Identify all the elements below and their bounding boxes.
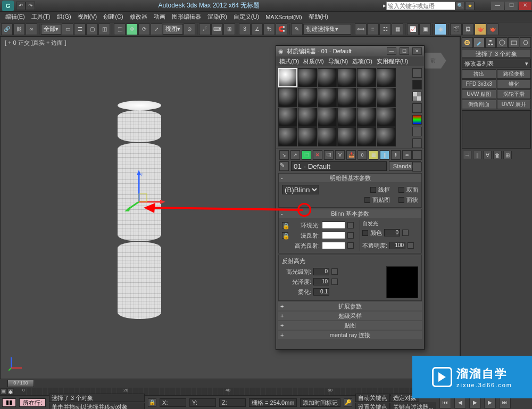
menu-modifiers[interactable]: 修改器 [127,13,151,21]
minimize-button[interactable]: — [491,2,504,10]
mod-taper[interactable]: 锥化 [497,79,531,89]
autokey-button[interactable]: 自动关键点 [355,394,390,402]
material-slot[interactable] [377,68,396,87]
trackbar-toggle-icon[interactable]: ≡ [1,388,7,395]
material-slot[interactable] [357,108,376,127]
filter-dropdown[interactable]: 全部 ▾ [41,24,61,35]
show-end-icon[interactable]: ∥ [473,151,481,159]
mod-bevelprof[interactable]: 倒角剖面 [462,100,496,109]
pin-stack-icon[interactable]: ⊣ [463,151,471,159]
options-icon[interactable] [412,138,422,148]
material-slot[interactable] [357,68,376,87]
material-slot[interactable] [337,127,356,146]
material-slot[interactable] [337,68,356,87]
menu-edit[interactable]: 编辑(E) [2,13,28,21]
me-menu-material[interactable]: 材质(M) [303,58,324,66]
maximize-button[interactable]: ☐ [505,2,518,10]
snap-toggle-icon[interactable]: 3 [239,23,251,35]
menu-anim[interactable]: 动画 [151,13,169,21]
wire-checkbox[interactable] [370,187,376,193]
lock-amb-diff-icon[interactable]: 🔒 [282,222,288,228]
ambient-swatch[interactable] [322,222,345,229]
tab-create[interactable] [462,37,473,48]
gloss-spinner[interactable]: 10 [313,278,329,285]
go-sibling-icon[interactable]: ↠ [402,150,412,160]
tab-hierarchy[interactable] [485,37,496,48]
select-object-icon[interactable]: ⬚ [114,23,126,35]
material-slot[interactable] [377,88,396,107]
me-close-button[interactable]: ✕ [412,47,422,55]
help-search-input[interactable] [386,2,455,10]
menu-help[interactable]: 帮助(H) [305,13,331,21]
mod-ffd[interactable]: FFD 3x3x3 [462,79,496,89]
menu-custom[interactable]: 自定义(U) [230,13,262,21]
lock-selection-icon[interactable]: 🔒 [148,398,156,407]
rollout-extended[interactable]: +扩展参数 [278,302,422,310]
speclevel-spinner[interactable]: 0 [313,268,329,275]
material-slot[interactable] [318,88,337,107]
menu-render[interactable]: 渲染(R) [204,13,230,21]
material-slot[interactable] [298,68,317,87]
menu-maxscript[interactable]: MAXScript(M) [262,14,305,20]
mod-extrude[interactable]: 挤出 [462,69,496,79]
time-tag-button[interactable]: 添加时间标记 [300,398,340,407]
speclevel-map-button[interactable] [331,268,338,275]
shader-rollout-header[interactable]: -明暗器基本参数 [279,174,421,182]
opacity-map-button[interactable] [408,242,414,249]
rendered-frame-icon[interactable]: 🖼 [462,23,474,35]
tab-display[interactable] [508,37,519,48]
ambient-map-button[interactable] [347,222,354,228]
manip-icon[interactable]: ☄ [199,23,211,35]
mirror-icon[interactable]: ⟺ [355,23,367,35]
make-copy-icon[interactable]: ⿻ [324,150,334,160]
window-crossing-icon[interactable]: ◫ [98,23,110,35]
select-name-icon[interactable]: ☰ [74,23,86,35]
assign-to-sel-icon[interactable]: ⬚ [302,150,311,160]
select-by-mat-icon[interactable] [412,150,422,160]
go-parent-icon[interactable]: ↟ [391,150,401,160]
rollout-supersample[interactable]: +超级采样 [278,312,422,320]
menu-group[interactable]: 组(G) [54,13,74,21]
menu-create[interactable]: 创建(C) [100,13,126,21]
viewport-label[interactable]: [ + 0 正交 ]真实 + 边面 ] [5,39,66,47]
config-icon[interactable]: ⊞ [503,151,512,159]
me-menu-mode[interactable]: 模式(D) [279,58,299,66]
layer-icon[interactable]: ☷ [379,23,391,35]
me-minimize-button[interactable]: — [387,47,396,55]
me-menu-options[interactable]: 选项(O) [352,58,372,66]
show-in-vp-icon[interactable]: ▦ [369,150,378,160]
pick-material-icon[interactable]: ✎ [279,161,289,171]
remove-mod-icon[interactable]: 🗑 [493,151,502,159]
material-slot[interactable] [278,88,297,107]
opacity-spinner[interactable]: 100 [389,242,405,249]
show-end-result-icon[interactable]: ∥ [380,150,389,160]
mod-turbosm[interactable]: 涡轮平滑 [497,89,531,99]
make-preview-icon[interactable] [412,127,422,136]
setkey-button[interactable]: 设置关键点 [355,403,390,409]
star-icon[interactable]: ★ [465,2,475,10]
edit-selset-icon[interactable]: ✎ [291,23,303,35]
search-help-icon[interactable]: 🔍 [455,2,465,10]
script-listener-button[interactable]: ▮▮ [2,398,16,407]
diffuse-map-button[interactable] [347,232,354,239]
material-editor-icon[interactable]: ◉ [435,23,446,35]
namedset-icon[interactable]: ⊞ [223,23,235,35]
material-slot[interactable] [337,88,356,107]
align-icon[interactable]: ≡ [367,23,379,35]
close-button[interactable]: ✕ [519,2,531,10]
me-menu-util[interactable]: 实用程序(U) [377,58,408,66]
coord-x[interactable]: X: [160,398,186,407]
keyboard-icon[interactable]: ⌨ [211,23,223,35]
material-slot[interactable] [298,108,317,127]
material-slot[interactable] [298,88,317,107]
select-scale-icon[interactable]: ⤢ [151,23,162,35]
schematic-icon[interactable]: ▣ [419,23,431,35]
tab-utilities[interactable] [520,37,531,48]
get-material-icon[interactable]: ↘ [279,150,289,160]
material-slot[interactable] [337,108,356,127]
coord-z[interactable]: Z: [219,398,246,407]
tab-motion[interactable] [496,37,508,48]
faceted-checkbox[interactable] [398,197,404,203]
specular-map-button[interactable] [347,242,354,249]
coord-y[interactable]: Y: [189,398,216,407]
